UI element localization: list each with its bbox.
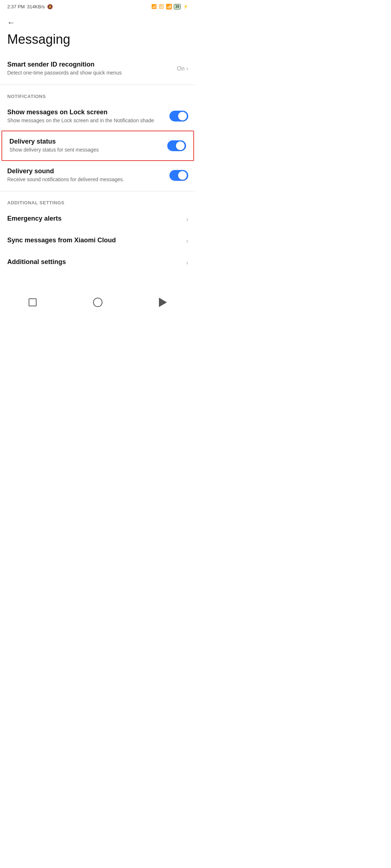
delivery-sound-desc: Receive sound notifications for delivere…	[7, 176, 164, 183]
sync-xiaomi-title: Sync messages from Xiaomi Cloud	[7, 237, 180, 244]
additional-settings-section-header: ADDITIONAL SETTINGS	[0, 193, 196, 208]
home-icon	[93, 298, 102, 307]
back-button[interactable]: ←	[7, 18, 15, 27]
emergency-alerts-title: Emergency alerts	[7, 215, 180, 222]
chevron-icon: ›	[186, 65, 188, 72]
lock-screen-item[interactable]: Show messages on Lock screen Show messag…	[0, 102, 196, 131]
emergency-alerts-chevron: ›	[186, 216, 188, 223]
nav-home-button[interactable]	[91, 295, 105, 310]
status-right: 📶 📶 📶 39 ⚡	[151, 4, 188, 9]
emergency-alerts-text: Emergency alerts	[7, 215, 186, 224]
lock-screen-toggle[interactable]	[169, 111, 188, 122]
nav-recents-button[interactable]	[25, 295, 40, 310]
signal-icon-2: 📶	[159, 4, 164, 9]
delivery-sound-item[interactable]: Delivery sound Receive sound notificatio…	[0, 161, 196, 190]
smart-sender-text: Smart sender ID recognition Detect one-t…	[7, 61, 177, 77]
delivery-sound-text: Delivery sound Receive sound notificatio…	[7, 167, 169, 183]
delivery-status-desc: Show delivery status for sent messages	[9, 146, 161, 154]
delivery-status-item[interactable]: Delivery status Show delivery status for…	[1, 131, 194, 161]
status-left: 2:37 PM 314KB/s 🔕	[7, 4, 53, 9]
lock-screen-title: Show messages on Lock screen	[7, 109, 164, 116]
sync-xiaomi-item[interactable]: Sync messages from Xiaomi Cloud ›	[0, 230, 196, 252]
wifi-icon: 📶	[166, 4, 172, 9]
nav-bar	[0, 288, 196, 318]
additional-settings-text: Additional settings	[7, 258, 186, 267]
nav-back-button[interactable]	[156, 295, 170, 310]
sync-xiaomi-chevron: ›	[186, 237, 188, 245]
additional-settings-title: Additional settings	[7, 258, 180, 266]
delivery-sound-toggle[interactable]	[169, 170, 188, 181]
smart-sender-desc: Detect one-time passwords and show quick…	[7, 69, 171, 77]
delivery-status-title: Delivery status	[9, 138, 161, 145]
signal-icon-1: 📶	[151, 4, 157, 9]
smart-sender-title: Smart sender ID recognition	[7, 61, 171, 68]
smart-sender-item[interactable]: Smart sender ID recognition Detect one-t…	[0, 54, 196, 83]
notifications-section-header: NOTIFICATIONS	[0, 86, 196, 102]
delivery-status-toggle[interactable]	[167, 140, 186, 151]
lock-screen-text: Show messages on Lock screen Show messag…	[7, 109, 169, 124]
divider-2	[0, 191, 196, 191]
status-speed: 314KB/s	[27, 4, 45, 9]
delivery-status-text: Delivery status Show delivery status for…	[9, 138, 167, 154]
additional-settings-item[interactable]: Additional settings ›	[0, 252, 196, 273]
lock-screen-desc: Show messages on the Lock screen and in …	[7, 117, 164, 124]
additional-settings-chevron: ›	[186, 259, 188, 267]
divider-1	[0, 85, 196, 85]
battery-indicator: 39	[174, 4, 181, 9]
back-icon	[159, 298, 167, 307]
battery-level: 39	[175, 5, 179, 9]
back-row[interactable]: ←	[0, 12, 196, 30]
charging-icon: ⚡	[183, 4, 188, 9]
delivery-sound-title: Delivery sound	[7, 167, 164, 175]
silent-icon: 🔕	[47, 4, 53, 9]
emergency-alerts-item[interactable]: Emergency alerts ›	[0, 208, 196, 230]
status-bar: 2:37 PM 314KB/s 🔕 📶 📶 📶 39 ⚡	[0, 0, 196, 12]
sync-xiaomi-text: Sync messages from Xiaomi Cloud	[7, 237, 186, 245]
smart-sender-value: On ›	[177, 65, 188, 72]
page-title: Messaging	[0, 30, 196, 54]
recents-icon	[29, 298, 37, 306]
status-time: 2:37 PM	[7, 4, 25, 9]
